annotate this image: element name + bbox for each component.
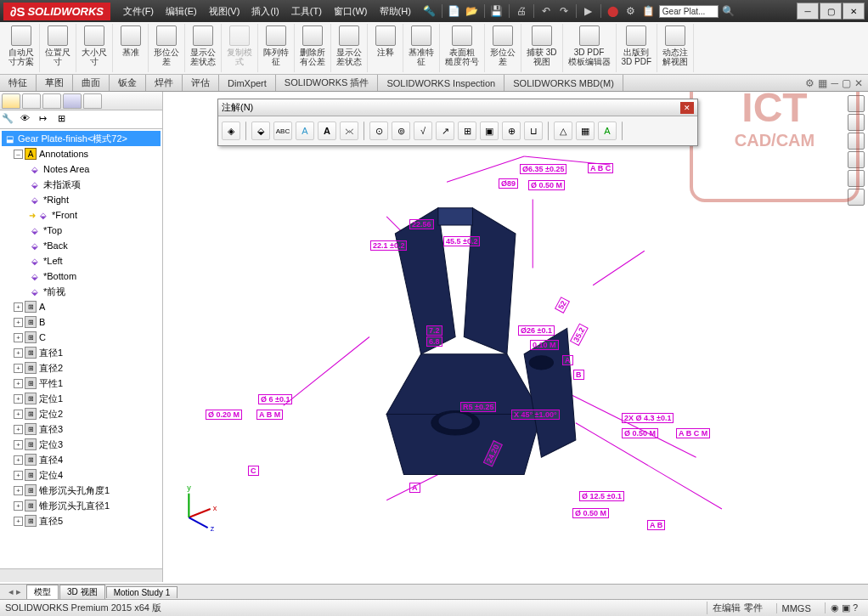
dim[interactable]: Ø 0.20 M	[206, 410, 242, 420]
tree-item[interactable]: ⬙*Top	[2, 223, 161, 238]
ribbon-button-3[interactable]: 基准	[113, 24, 149, 72]
print-icon[interactable]: 🖨	[514, 3, 529, 19]
tree-item[interactable]: +⊞直径3	[2, 421, 161, 437]
viewport-3d[interactable]: ICT CAD/CAM 注解(N) ✕ ◈ ⬙ ABC A A ⩙ ⊙ ⊚ √ …	[163, 92, 868, 582]
feature-tree[interactable]: ⬓Gear Plate-finish<模式72>–AAnnotations⬙No…	[0, 129, 162, 568]
tree-exp-icon[interactable]: ⊞	[58, 113, 73, 127]
dim-datum[interactable]: A B	[647, 520, 665, 530]
tree-item[interactable]: ⬓Gear Plate-finish<模式72>	[2, 131, 161, 146]
ribbon-button-17[interactable]: 动态注解视图	[657, 24, 694, 72]
tab-SOLIDWORKS MBD(M)[interactable]: SOLIDWORKS MBD(M)	[504, 75, 623, 91]
tree-item[interactable]: +⊞锥形沉头孔直径1	[2, 498, 161, 513]
menu-insert[interactable]: 插入(I)	[245, 2, 285, 21]
tree-item[interactable]: ⬙*Back	[2, 238, 161, 253]
appearances-icon[interactable]	[848, 170, 865, 187]
maximize-button[interactable]: ▢	[820, 3, 842, 20]
gtol-tool[interactable]: ⊞	[458, 122, 476, 140]
datum-tool[interactable]: ▣	[480, 122, 499, 140]
file-explorer-icon[interactable]	[848, 133, 865, 150]
ribbon-button-9[interactable]: 显示公差状态	[331, 24, 368, 72]
tab-评估[interactable]: 评估	[183, 75, 219, 91]
ribbon-button-15[interactable]: 3D PDF模板编辑器	[563, 24, 617, 72]
spellcheck-tool[interactable]: ABC	[273, 122, 292, 140]
smart-dim-tool[interactable]: ◈	[222, 122, 240, 140]
dim[interactable]: Ø 0.50 M	[622, 428, 658, 438]
block-tool[interactable]: A	[598, 122, 617, 140]
tree-item[interactable]: ⬙*Left	[2, 253, 161, 268]
select-icon[interactable]: ▶	[581, 3, 596, 19]
dimxpert-tab[interactable]	[63, 93, 82, 109]
doc-options-icon[interactable]: ⚙	[805, 77, 814, 89]
weld-tool[interactable]: ↗	[436, 122, 454, 140]
ribbon-button-8[interactable]: 删除所有公差	[295, 24, 331, 72]
tree-item[interactable]: ⬙*前视	[2, 284, 161, 299]
redo-icon[interactable]: ↷	[556, 3, 572, 19]
config-tab[interactable]	[42, 93, 61, 109]
tree-item[interactable]: ➜⬙*Front	[2, 207, 161, 223]
dim-datum[interactable]: A	[562, 355, 573, 365]
layers-icon[interactable]: 📋	[641, 3, 657, 19]
dim[interactable]: 6.8	[426, 336, 442, 347]
tree-item[interactable]: +⊞直径4	[2, 452, 161, 467]
minimize-button[interactable]: ─	[797, 3, 819, 20]
area-hatch-tool[interactable]: ▦	[576, 122, 595, 140]
cosmetic-thread-tool[interactable]: △	[554, 122, 572, 140]
ribbon-button-13[interactable]: 形位公差	[485, 24, 521, 72]
tree-item[interactable]: +⊞定位4	[2, 467, 161, 483]
status-icons[interactable]: ◉ ▣ ?	[825, 602, 863, 613]
rebuild-icon[interactable]: ⬤	[606, 3, 621, 19]
tree-item[interactable]: +⊞A	[2, 299, 161, 314]
tab-nav-icons[interactable]: ◂ ▸	[8, 586, 21, 597]
ribbon-button-14[interactable]: 捕获 3D视图	[521, 24, 563, 72]
tree-item[interactable]: +⊞B	[2, 314, 161, 330]
tree-hscroll[interactable]	[0, 568, 162, 582]
menu-view[interactable]: 视图(V)	[203, 2, 246, 21]
ribbon-button-5[interactable]: 显示公差状态	[185, 24, 222, 72]
dim[interactable]: Ø 0.50 M	[572, 508, 609, 518]
show-icon[interactable]: 👁	[20, 113, 36, 127]
tree-item[interactable]: –AAnnotations	[2, 146, 161, 161]
tree-item[interactable]: +⊞直径1	[2, 345, 161, 360]
dim[interactable]: 0.10 M	[530, 340, 559, 350]
view3d-tab[interactable]: 3D 视图	[59, 585, 105, 599]
surface-finish-tool[interactable]: √	[414, 122, 432, 140]
doc-maximize-icon[interactable]: ▢	[842, 77, 851, 89]
annotation-close-button[interactable]: ✕	[680, 102, 694, 114]
doc-close-icon[interactable]: ✕	[854, 77, 863, 89]
dim[interactable]: Ø 6 ±0.1	[258, 394, 292, 404]
linear-tool[interactable]: ⩙	[340, 122, 358, 140]
status-units[interactable]: MMGS	[776, 603, 816, 613]
dim-datum[interactable]: A B C	[588, 163, 613, 173]
ribbon-button-16[interactable]: 出版到3D PDF	[617, 24, 658, 72]
tab-草图[interactable]: 草图	[37, 75, 73, 91]
dim[interactable]: Ø 12.5 ±0.1	[579, 491, 624, 501]
hole-callout-tool[interactable]: ⊔	[524, 122, 543, 140]
resources-icon[interactable]	[848, 95, 865, 112]
datum-target-tool[interactable]: ⊕	[502, 122, 521, 140]
dim-datum[interactable]: A B M	[256, 410, 283, 420]
menu-file[interactable]: 文件(F)	[117, 2, 160, 21]
ribbon-button-2[interactable]: 大小尺寸	[76, 24, 113, 72]
property-tab[interactable]	[22, 93, 41, 109]
close-button[interactable]: ✕	[843, 3, 865, 20]
tree-item[interactable]: +⊞平性1	[2, 376, 161, 391]
dim[interactable]: Ø26 ±0.1	[518, 325, 555, 336]
dim-datum[interactable]: A	[409, 483, 420, 493]
undo-icon[interactable]: ↶	[538, 3, 554, 19]
document-selector[interactable]: Gear Plat...	[659, 5, 719, 18]
doc-minimize-icon[interactable]: ─	[831, 77, 838, 89]
menu-window[interactable]: 窗口(W)	[328, 2, 374, 21]
options-icon[interactable]: ⚙	[623, 3, 639, 19]
search-icon[interactable]: 🔦	[422, 3, 437, 19]
tree-item[interactable]: ⬙未指派项	[2, 177, 161, 192]
menu-tools[interactable]: 工具(T)	[285, 2, 328, 21]
ribbon-button-0[interactable]: 自动尺寸方案	[3, 24, 40, 72]
stacked-tool[interactable]: ⊚	[392, 122, 410, 140]
dim[interactable]: 2X Ø 4.3 ±0.1	[622, 413, 674, 423]
design-library-icon[interactable]	[848, 114, 865, 131]
tab-DimXpert[interactable]: DimXpert	[219, 75, 276, 91]
dim-datum[interactable]: A B C M	[676, 428, 710, 438]
dim[interactable]: Ø6.35 ±0.25	[520, 164, 566, 174]
tree-item[interactable]: +⊞定位1	[2, 391, 161, 406]
tab-钣金[interactable]: 钣金	[110, 75, 146, 91]
